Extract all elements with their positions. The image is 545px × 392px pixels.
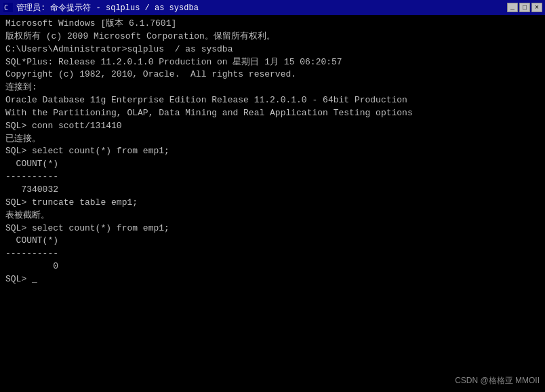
terminal-line: 已连接。 [5,133,540,146]
terminal-line: SQL> select count(*) from emp1; [5,222,540,235]
terminal-line: With the Partitioning, OLAP, Data Mining… [5,107,540,120]
terminal-line: ---------- [5,171,540,184]
cmd-icon: C [3,2,14,13]
terminal-line: Copyright (c) 1982, 2010, Oracle. All ri… [5,68,540,81]
title-text: 管理员: 命令提示符 - sqlplus / as sysdba [16,2,199,14]
terminal-line: 0 [5,260,540,273]
svg-text:C: C [4,4,8,12]
terminal-line: 版权所有 (c) 2009 Microsoft Corporation。保留所有… [5,31,540,43]
title-bar-left: C 管理员: 命令提示符 - sqlplus / as sysdba [3,2,199,14]
terminal-line: SQL> select count(*) from emp1; [5,145,540,158]
terminal-line: 7340032 [5,184,540,197]
terminal-line: Oracle Database 11g Enterprise Edition R… [5,94,540,107]
title-bar: C 管理员: 命令提示符 - sqlplus / as sysdba _ □ × [0,0,545,15]
terminal-line: SQL> conn scott/131410 [5,120,540,133]
terminal-line: SQL> _ [5,273,540,286]
terminal-line: COUNT(*) [5,158,540,171]
title-bar-buttons: _ □ × [507,3,542,12]
terminal-line: SQL*Plus: Release 11.2.0.1.0 Production … [5,56,540,69]
terminal-line: 表被截断。 [5,210,540,222]
minimize-button[interactable]: _ [507,3,518,12]
terminal-line: SQL> truncate table emp1; [5,197,540,210]
close-button[interactable]: × [531,3,542,12]
terminal: Microsoft Windows [版本 6.1.7601]版权所有 (c) … [0,15,545,392]
terminal-line: COUNT(*) [5,235,540,248]
terminal-line: Microsoft Windows [版本 6.1.7601] [5,18,540,31]
terminal-line: C:\Users\Administrator>sqlplus / as sysd… [5,43,540,56]
watermark: CSDN @格格亚 MMOII [455,375,540,387]
terminal-line: ---------- [5,248,540,260]
maximize-button[interactable]: □ [519,3,530,12]
terminal-line: 连接到: [5,81,540,94]
